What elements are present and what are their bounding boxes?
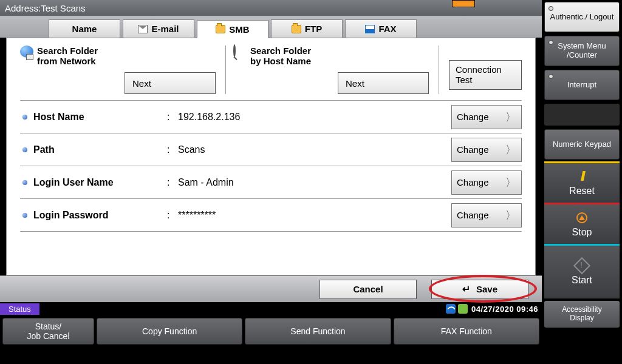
- search-network-next-button[interactable]: Next: [125, 72, 216, 94]
- blank-key: [544, 104, 620, 126]
- bullet-icon: [22, 147, 27, 152]
- stop-button[interactable]: Stop: [544, 203, 620, 244]
- tab-email[interactable]: E-mail: [123, 19, 194, 38]
- login-password-value: **********: [178, 210, 451, 221]
- system-menu-button[interactable]: System Menu /Counter: [544, 36, 620, 66]
- interrupt-button[interactable]: Interrupt: [544, 70, 620, 100]
- row-login-password: Login Password : ********** Change〉: [20, 199, 522, 232]
- footer-actions: Cancel ↵Save: [0, 275, 542, 302]
- search-icon: [233, 44, 236, 57]
- smb-settings-panel: Search Folderfrom Network Next Search Fo…: [6, 38, 536, 275]
- chevron-right-icon: 〉: [505, 110, 516, 124]
- row-login-user: Login User Name : Sam - Admin Change〉: [20, 166, 522, 199]
- tab-smb[interactable]: SMB: [197, 20, 268, 38]
- folder-icon: [216, 25, 225, 33]
- bullet-icon: [22, 213, 27, 218]
- enter-icon: ↵: [462, 283, 470, 295]
- tab-ftp[interactable]: FTP: [271, 19, 343, 38]
- status-job-cancel-button[interactable]: Status/ Job Cancel: [2, 318, 94, 345]
- numeric-keypad-button[interactable]: Numeric Keypad: [544, 129, 620, 160]
- wifi-icon: [446, 304, 456, 314]
- fax-icon: [365, 25, 375, 33]
- change-login-password-button[interactable]: Change〉: [451, 203, 522, 228]
- cancel-button[interactable]: Cancel: [320, 280, 417, 299]
- status-bar: Status 04/27/2020 09:46: [0, 302, 542, 315]
- stop-icon: [576, 212, 587, 223]
- send-function-button[interactable]: Send Function: [245, 318, 391, 345]
- network-icon: [20, 46, 33, 58]
- status-chip[interactable]: Status: [0, 303, 39, 315]
- row-host-name: Host Name : 192.168.2.136 Change〉: [20, 101, 522, 133]
- led-icon: [549, 40, 553, 45]
- tab-name[interactable]: Name: [49, 19, 120, 38]
- connection-test-button[interactable]: ConnectionTest: [449, 60, 522, 90]
- change-host-name-button[interactable]: Change〉: [451, 105, 522, 129]
- title-bar: Address:Test Scans: [0, 0, 542, 16]
- clock: 04/27/2020 09:46: [471, 305, 538, 314]
- orange-tab-icon: [452, 0, 475, 7]
- start-icon: [573, 257, 590, 274]
- accessibility-display-button[interactable]: Accessibility Display: [544, 301, 620, 328]
- save-button[interactable]: ↵Save: [431, 280, 528, 299]
- row-path: Path : Scans Change〉: [20, 133, 522, 166]
- login-user-value: Sam - Admin: [178, 177, 451, 188]
- chevron-right-icon: 〉: [505, 208, 516, 223]
- host-name-value: 192.168.2.136: [178, 112, 451, 123]
- mail-icon: [138, 25, 148, 33]
- reset-icon: //: [581, 169, 583, 184]
- bullet-icon: [22, 180, 27, 185]
- page-title: Address:Test Scans: [5, 3, 86, 13]
- led-icon: [549, 74, 553, 79]
- path-value: Scans: [178, 144, 451, 155]
- authentic-logout-button[interactable]: Authentic./ Logout: [544, 2, 620, 32]
- copy-function-button[interactable]: Copy Function: [97, 318, 242, 345]
- change-login-user-button[interactable]: Change〉: [451, 170, 522, 195]
- search-host-next-button[interactable]: Next: [338, 72, 429, 94]
- fax-function-button[interactable]: FAX Function: [394, 318, 539, 345]
- start-button[interactable]: Start: [544, 244, 620, 298]
- bullet-icon: [22, 115, 27, 120]
- chevron-right-icon: 〉: [505, 143, 516, 157]
- tab-strip: Name E-mail SMB FTP FAX: [0, 16, 542, 38]
- status-ok-icon: [458, 304, 468, 314]
- folder-icon: [292, 25, 301, 33]
- tab-fax[interactable]: FAX: [345, 19, 417, 38]
- function-row: Status/ Job Cancel Copy Function Send Fu…: [0, 315, 542, 347]
- change-path-button[interactable]: Change〉: [451, 138, 522, 162]
- chevron-right-icon: 〉: [505, 175, 516, 190]
- reset-button[interactable]: //Reset: [544, 161, 620, 203]
- led-icon: [549, 6, 553, 11]
- hard-key-panel: Authentic./ Logout System Menu /Counter …: [542, 0, 622, 364]
